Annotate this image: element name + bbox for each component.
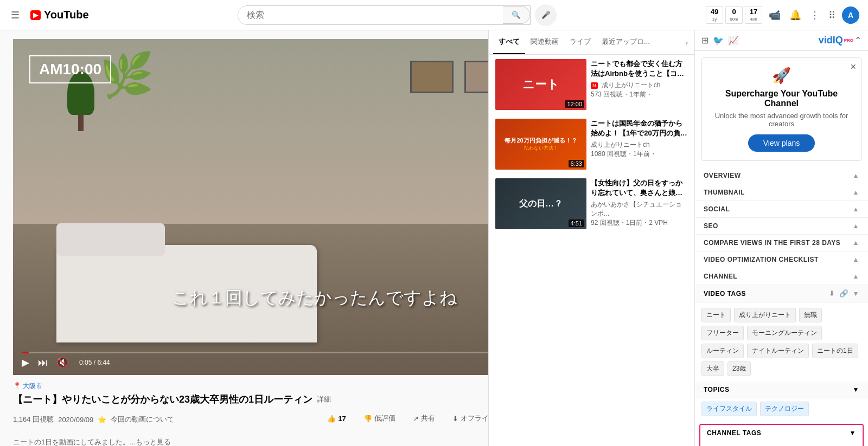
video-info-3: 【女性向け】父の日をすっかり忘れていて、奥さんと娘のサ... あかいあかさ【シチ… <box>591 178 688 229</box>
topics-header-text: TOPICS <box>704 386 729 393</box>
upload-button[interactable]: 📹 <box>767 7 783 23</box>
detail-link[interactable]: 詳細 <box>317 395 331 404</box>
tabs-arrow[interactable]: › <box>684 32 690 53</box>
pillow <box>56 223 165 256</box>
tab-all[interactable]: すべて <box>493 30 525 54</box>
video-title-2: ニートは国民年金の猶予から始めよ！【1年で20万円の負担を... <box>591 119 688 138</box>
tab-recent[interactable]: 最近アップロ... <box>596 30 655 54</box>
menu-icon[interactable]: ☰ <box>9 7 22 23</box>
tag-daigaku[interactable]: 大卒 <box>701 361 724 376</box>
tag-nariagari-neet[interactable]: 成り上がりニート <box>734 308 796 322</box>
search-input[interactable] <box>238 6 503 24</box>
promo-subtitle: Unlock the most advanced growth tools fo… <box>711 112 852 128</box>
apps-button[interactable]: ⠿ <box>826 7 838 23</box>
tag-morning-routine[interactable]: モーニングルーティン <box>747 326 822 340</box>
play-button[interactable]: ▶ <box>20 354 31 371</box>
tab-live[interactable]: ライブ <box>564 30 596 54</box>
search-bar: 🔍 <box>238 5 531 25</box>
thumb-sub-2: 払わない方法！ <box>505 145 577 152</box>
video-channel-1: N 成り上がりニートch <box>591 81 688 90</box>
video-thumb-2: 毎月20万円負担が減る！？ 払わない方法！ 6:33 <box>495 119 586 170</box>
notifications-button[interactable]: 🔔 <box>787 7 803 23</box>
list-item[interactable]: 毎月20万円負担が減る！？ 払わない方法！ 6:33 ニートは国民年金の猶予から… <box>489 114 694 174</box>
tag-age23[interactable]: 23歳 <box>727 361 751 376</box>
hamburger-icon: ☰ <box>11 9 20 21</box>
tag-neet-1day[interactable]: ニートの1日 <box>812 344 858 358</box>
header-right: 49 1y 0 60m 17 48h 📹 🔔 ⋮ ⠿ A <box>706 6 859 24</box>
like-button[interactable]: 👍 17 <box>323 411 350 426</box>
mic-icon: 🎤 <box>541 11 551 19</box>
mute-button[interactable]: 🔇 <box>54 354 71 371</box>
share-button[interactable]: ↗ 共有 <box>409 410 439 426</box>
vidiq-twitter-icon[interactable]: 🐦 <box>713 35 724 46</box>
mic-button[interactable]: 🎤 <box>535 4 557 26</box>
menu-item-thumbnail[interactable]: THUMBNAIL ▲ <box>695 184 868 201</box>
youtube-logo-text: YouTube <box>44 9 89 21</box>
download-tags-button[interactable]: ⬇ <box>829 289 835 298</box>
menu-item-seo[interactable]: SEO ▲ <box>695 218 868 235</box>
video-tags-container: ニート 成り上がりニート 無職 フリーター モーニングルーティン ルーティン ナ… <box>695 302 868 382</box>
picture-1 <box>410 61 454 93</box>
search-button[interactable]: 🔍 <box>503 6 530 24</box>
topics-collapse-arrow: ▼ <box>853 386 859 393</box>
counter-1y: 49 1y <box>706 6 723 24</box>
tag-neet[interactable]: ニート <box>701 308 731 322</box>
video-duration-1: 12:00 <box>565 100 584 108</box>
more-options-button[interactable]: ⋮ <box>808 7 822 23</box>
tag-routine[interactable]: ルーティン <box>701 344 744 358</box>
dislike-button[interactable]: 👎 低評価 <box>359 410 400 426</box>
topics-header: TOPICS ▼ <box>695 382 868 398</box>
vidiq-panel: ⊞ 🐦 📈 vidIQ PRO ⌃ ✕ 🚀 Supercharge Your Y… <box>694 30 868 446</box>
current-time: 0:05 <box>79 359 92 366</box>
thumb-label-1: ニート <box>522 76 559 93</box>
video-title-1: ニートでも都会で安く住む方法はAirbnbを使うこと【コロナ... <box>591 59 688 79</box>
next-button[interactable]: ⏭ <box>36 355 50 371</box>
menu-item-social[interactable]: SOCIAL ▲ <box>695 201 868 218</box>
menu-arrow-overview: ▲ <box>853 172 859 179</box>
vidiq-collapse-button[interactable]: ⌃ <box>854 35 861 46</box>
menu-arrow-thumbnail: ▲ <box>853 189 859 196</box>
tag-freeter[interactable]: フリーター <box>701 326 744 340</box>
menu-item-overview[interactable]: OVERVIEW ▲ <box>695 167 868 184</box>
menu-label-thumbnail: THUMBNAIL <box>704 189 745 196</box>
progress-fill <box>22 352 29 353</box>
tag-night-routine[interactable]: ナイトルーティン <box>747 344 809 358</box>
vidiq-grid-icon[interactable]: ⊞ <box>701 35 709 46</box>
share-label: 共有 <box>421 413 435 423</box>
counter-48h-num: 17 <box>750 8 757 17</box>
video-stats-1: 573 回視聴・1年前・ <box>591 90 688 99</box>
video-info-2: ニートは国民年金の猶予から始めよ！【1年で20万円の負担を... 成り上がりニー… <box>591 119 688 170</box>
video-channel-2: 成り上がりニートch <box>591 140 688 150</box>
list-item[interactable]: 父の日…？ 4:51 【女性向け】父の日をすっかり忘れていて、奥さんと娘のサ..… <box>489 174 694 234</box>
menu-arrow-compare-views: ▲ <box>853 239 859 247</box>
topic-tag-1[interactable]: ライフスタイル <box>701 402 757 416</box>
vidiq-menu: OVERVIEW ▲ THUMBNAIL ▲ SOCIAL ▲ SEO ▲ CO… <box>695 167 868 285</box>
vidiq-trend-icon[interactable]: 📈 <box>728 35 739 46</box>
video-meta: 1,164 回視聴 2020/09/09 ⭐ 今回の動画について <box>13 415 174 424</box>
copy-tags-button[interactable]: 🔗 <box>839 289 848 298</box>
tags-collapse-arrow: ▼ <box>853 290 859 298</box>
rocket-icon: 🚀 <box>711 67 852 85</box>
menu-item-compare-views[interactable]: COMPARE VIEWS IN THE FIRST 28 DAYS ▲ <box>695 235 868 251</box>
avatar[interactable]: A <box>842 7 859 24</box>
promo-title: Supercharge Your YouTube Channel <box>711 89 852 108</box>
video-title-text: 【ニート】やりたいことが分からない23歳大卒男性の1日ルーティン <box>13 393 312 406</box>
like-count: 17 <box>338 415 346 423</box>
thumb-text-3: 父の日…？ <box>519 198 563 210</box>
header: ☰ ▶ YouTube 🔍 🎤 49 1y 0 60m <box>0 0 868 30</box>
video-tags-header: VIDEO TAGS ⬇ 🔗 ▼ <box>695 285 868 302</box>
menu-item-channel[interactable]: CHANNEL ▲ <box>695 268 868 285</box>
video-channel-3: あかいあかさ【シチュエーションポ... <box>591 200 688 218</box>
tag-mushoku[interactable]: 無職 <box>799 308 822 322</box>
topic-tag-2[interactable]: テクノロジー <box>760 402 809 416</box>
promo-close-button[interactable]: ✕ <box>850 62 857 71</box>
menu-item-optimization[interactable]: VIDEO OPTIMIZATION CHECKLIST ▲ <box>695 251 868 268</box>
tab-related[interactable]: 関連動画 <box>525 30 564 54</box>
view-plans-button[interactable]: View plans <box>748 134 815 152</box>
video-thumb-3: 父の日…？ 4:51 <box>495 178 586 229</box>
counter-1y-num: 49 <box>711 8 718 17</box>
list-item[interactable]: ニート 12:00 ニートでも都会で安く住む方法はAirbnbを使うこと【コロナ… <box>489 55 694 114</box>
topics-preview: ライフスタイル テクノロジー <box>695 398 868 419</box>
date-label: 今回の動画について <box>111 415 174 424</box>
video-tags-header-text: VIDEO TAGS <box>704 290 746 298</box>
